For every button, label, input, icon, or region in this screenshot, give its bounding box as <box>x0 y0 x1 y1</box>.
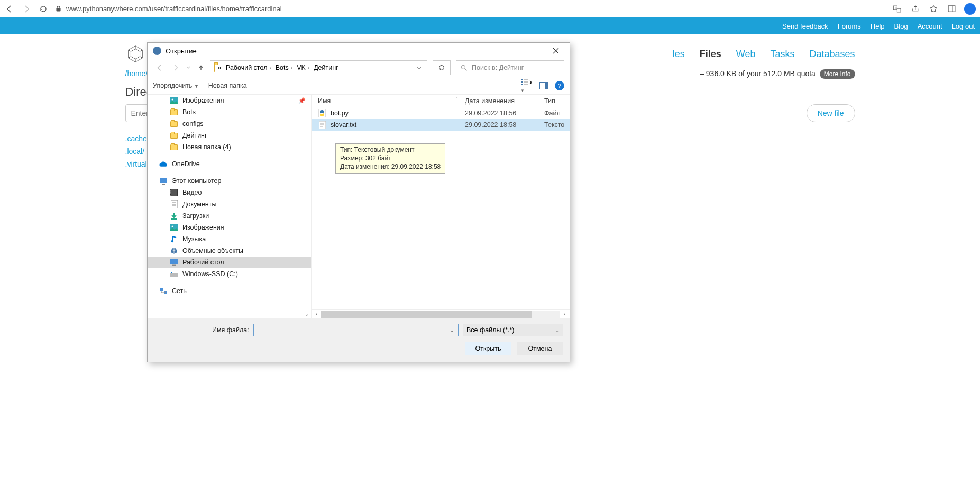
open-button[interactable]: Открыть <box>465 342 511 355</box>
svg-point-41 <box>172 225 173 227</box>
svg-point-25 <box>172 98 173 100</box>
nav-account[interactable]: Account <box>918 22 942 30</box>
svg-rect-30 <box>177 189 178 196</box>
tree-music[interactable]: Музыка <box>148 233 311 245</box>
scroll-right-icon[interactable]: › <box>560 311 569 317</box>
sort-indicator-icon: ˄ <box>456 97 459 102</box>
dialog-recent-button[interactable] <box>185 61 192 75</box>
dialog-up-button[interactable] <box>194 61 208 75</box>
nav-help[interactable]: Help <box>871 22 885 30</box>
svg-rect-47 <box>160 288 163 291</box>
url-text: www.pythonanywhere.com/user/trafficcardi… <box>66 5 282 13</box>
tab-files[interactable]: Files <box>700 49 721 60</box>
folder-icon <box>170 143 178 151</box>
search-placeholder: Поиск в: Дейтинг <box>472 64 524 71</box>
cancel-button[interactable]: Отмена <box>517 342 563 355</box>
svg-line-13 <box>128 50 131 51</box>
scroll-thumb[interactable] <box>321 311 532 318</box>
tab-databases[interactable]: Databases <box>809 49 855 60</box>
dialog-path-bar[interactable]: « Рабочий стол› Bots› VK› Дейтинг <box>210 60 427 75</box>
address-bar[interactable]: www.pythonanywhere.com/user/trafficcardi… <box>55 5 886 13</box>
tree-newfolder4[interactable]: Новая папка (4) <box>148 141 311 153</box>
filename-input[interactable]: ⌄ <box>253 324 459 336</box>
scroll-left-icon[interactable]: ‹ <box>313 311 321 317</box>
help-button[interactable]: ? <box>555 81 564 90</box>
file-list-header[interactable]: Имя˄ Дата изменения Тип <box>312 95 570 107</box>
dialog-titlebar[interactable]: Открытие <box>148 43 570 59</box>
breadcrumb-bots[interactable]: Bots› <box>274 64 294 71</box>
tree-3dobjects[interactable]: Объемные объекты <box>148 245 311 257</box>
tree-images[interactable]: Изображения📌 <box>148 95 311 106</box>
share-icon[interactable] <box>910 4 921 14</box>
tree-thispc[interactable]: Этот компьютер <box>148 175 311 187</box>
tree-documents[interactable]: Документы <box>148 198 311 210</box>
breadcrumb-desktop[interactable]: Рабочий стол› <box>225 64 272 71</box>
file-list-hscrollbar[interactable]: ‹ › <box>312 309 570 318</box>
breadcrumb-deyting[interactable]: Дейтинг <box>313 64 340 71</box>
tree-bots[interactable]: Bots <box>148 106 311 118</box>
dialog-tree[interactable]: Изображения📌 Bots configs Дейтинг Новая … <box>148 95 312 318</box>
profile-avatar[interactable] <box>964 3 976 15</box>
svg-rect-18 <box>521 84 523 85</box>
tree-cdrive[interactable]: Windows-SSD (C:) <box>148 268 311 280</box>
tree-deyting[interactable]: Дейтинг <box>148 130 311 141</box>
tree-images2[interactable]: Изображения <box>148 222 311 233</box>
tree-network[interactable]: Сеть <box>148 285 311 297</box>
file-row[interactable]: bot.py 29.09.2022 18:56 Файл <box>312 107 570 119</box>
preview-pane-button[interactable] <box>539 82 548 89</box>
nav-send-feedback[interactable]: Send feedback <box>782 22 828 30</box>
view-mode-button[interactable]: ▼ <box>520 78 533 94</box>
nav-logout[interactable]: Log out <box>952 22 975 30</box>
forward-button[interactable] <box>21 4 32 14</box>
dialog-search-input[interactable]: Поиск в: Дейтинг <box>456 60 564 75</box>
translate-icon[interactable]: 文 <box>892 4 903 14</box>
tree-downloads[interactable]: Загрузки <box>148 210 311 222</box>
tree-configs[interactable]: configs <box>148 118 311 130</box>
svg-point-32 <box>170 191 171 192</box>
close-button[interactable] <box>544 43 567 59</box>
network-icon <box>159 287 168 295</box>
dialog-body: Изображения📌 Bots configs Дейтинг Новая … <box>148 95 570 318</box>
tab-web[interactable]: Web <box>736 49 756 60</box>
dialog-refresh-button[interactable] <box>433 60 451 75</box>
column-date[interactable]: Дата изменения <box>465 97 544 105</box>
folder-icon <box>170 108 178 116</box>
dialog-back-button[interactable] <box>153 61 167 75</box>
tree-video[interactable]: Видео <box>148 187 311 198</box>
back-button[interactable] <box>4 4 15 14</box>
column-type[interactable]: Тип <box>544 97 570 105</box>
tree-onedrive[interactable]: OneDrive <box>148 158 311 170</box>
column-name[interactable]: Имя˄ <box>312 97 465 105</box>
breadcrumb-home[interactable]: /home/ <box>125 69 148 78</box>
pictures-icon <box>170 96 178 105</box>
file-row[interactable]: slovar.txt 29.09.2022 18:58 Тексто <box>312 119 570 131</box>
pa-tabs: les Files Web Tasks Databases <box>673 49 855 60</box>
svg-point-42 <box>171 240 173 242</box>
file-open-dialog: Открытие « Рабочий стол› Bots› VK› Дейти… <box>147 42 570 362</box>
svg-line-15 <box>465 69 466 70</box>
filename-dropdown-icon[interactable]: ⌄ <box>447 327 456 333</box>
reload-button[interactable] <box>38 4 49 14</box>
star-icon[interactable] <box>928 4 939 14</box>
tab-tasks[interactable]: Tasks <box>770 49 794 60</box>
dialog-file-list: Имя˄ Дата изменения Тип bot.py 29.09.202… <box>312 95 570 318</box>
new-folder-button[interactable]: Новая папка <box>208 82 247 89</box>
new-file-button[interactable]: New file <box>807 104 855 122</box>
svg-rect-46 <box>171 272 172 273</box>
path-dropdown-icon[interactable] <box>415 66 424 70</box>
dialog-nav-row: « Рабочий стол› Bots› VK› Дейтинг Поиск … <box>148 59 570 77</box>
dialog-forward-button[interactable] <box>169 61 182 75</box>
downloads-icon <box>170 212 178 220</box>
organize-menu[interactable]: Упорядочить ▼ <box>153 82 199 89</box>
svg-rect-16 <box>521 79 523 80</box>
filter-select[interactable]: Все файлы (*.*)⌄ <box>463 324 563 336</box>
tree-scrollbar[interactable]: ⌄ <box>303 95 311 318</box>
breadcrumb-vk[interactable]: VK› <box>296 64 310 71</box>
nav-blog[interactable]: Blog <box>894 22 908 30</box>
dialog-icon <box>153 47 161 55</box>
nav-forums[interactable]: Forums <box>838 22 861 30</box>
tab-consoles-partial[interactable]: les <box>673 49 685 60</box>
tree-desktop[interactable]: Рабочий стол <box>148 257 311 268</box>
more-info-badge[interactable]: More Info <box>820 69 855 79</box>
panel-icon[interactable] <box>946 4 957 14</box>
